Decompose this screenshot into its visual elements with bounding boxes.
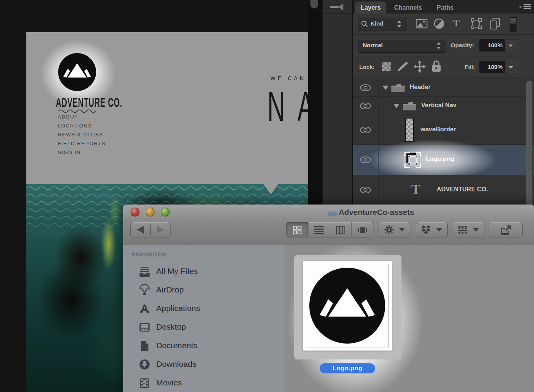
visibility-cell[interactable] [353,175,379,205]
canvas-scrollbar-thumb[interactable] [310,0,318,9]
nav-link-about[interactable]: ABOUT [58,114,106,119]
forward-button[interactable] [156,226,165,234]
filter-type-layers-icon[interactable]: T [453,17,460,29]
visibility-cell[interactable] [353,145,379,175]
dropbox-menu-button[interactable] [416,222,448,237]
eye-visibility-icon[interactable] [360,103,371,109]
chevron-down-icon [399,228,405,232]
view-as-columns-button[interactable] [330,222,352,237]
visibility-cell[interactable] [353,97,379,115]
filter-smart-objects-icon[interactable] [489,18,500,29]
back-button[interactable] [136,226,145,234]
layer-row-logo-png[interactable]: Logo.png [353,145,534,175]
nav-link-news-clubs[interactable]: NEWS & CLUBS [58,132,106,137]
sidebar-item-label: Documents [156,341,197,350]
tab-channels[interactable]: Channels [389,2,427,14]
view-mode-segmented-control [286,222,374,237]
sidebar-item-desktop[interactable]: Desktop [123,318,283,337]
filter-kind-dropdown[interactable]: Kind [358,17,407,31]
panel-menu-icon[interactable] [519,4,532,10]
fill-dropdown-button[interactable] [505,61,517,74]
share-icon [500,225,512,235]
logo-png-preview [308,266,387,345]
dropbox-icon [421,225,431,234]
layer-name: Vertical Nav [421,102,456,109]
nav-link-locations[interactable]: LOCATIONS [58,123,106,128]
filter-adjustment-layers-icon[interactable] [434,18,444,29]
list-view-icon [314,226,324,234]
filter-shape-layers-icon[interactable] [471,18,482,29]
window-title: AdventureCo-assets [339,208,414,217]
icon-view-grid-icon [293,226,301,234]
blend-mode-dropdown[interactable]: Normal [358,39,446,53]
finder-titlebar[interactable]: AdventureCo-assets [123,205,534,221]
layer-row-adventure-co[interactable]: T ADVENTURE CO. [353,175,534,205]
filter-kind-label: Kind [370,20,383,27]
filter-toggle-switch[interactable] [510,17,517,32]
zoom-button[interactable] [161,208,170,217]
fill-value-field[interactable]: 100% [479,61,506,73]
layer-row-header[interactable]: Header [353,79,534,97]
action-menu-button[interactable] [379,222,410,237]
eye-visibility-icon[interactable] [360,187,371,193]
nav-link-sign-in[interactable]: SIGN IN [58,150,106,155]
tab-paths[interactable]: Paths [431,2,459,14]
eye-visibility-icon[interactable] [360,156,371,163]
chevron-down-icon [508,44,513,47]
sidebar-item-all-my-files[interactable]: All My Files [123,262,283,281]
layer-row-vertical-nav[interactable]: Vertical Nav [353,97,534,115]
sidebar-item-downloads[interactable]: Downloads [123,355,283,374]
layers-scrollbar-thumb[interactable] [526,80,533,209]
lock-all-padlock-icon[interactable] [431,60,441,72]
tab-layers[interactable]: Layers [355,2,386,14]
nav-link-field-reports[interactable]: FIELD REPORTS [58,141,106,146]
downloads-icon [139,359,150,370]
finder-sidebar: FAVORITES All My Files AirDrop [123,245,283,392]
sidebar-item-movies[interactable]: Movies [123,374,283,392]
lock-position-move-icon[interactable] [413,60,426,73]
eye-visibility-icon[interactable] [360,84,371,91]
hero-kicker-text: WE CAN [270,75,306,81]
lock-pixels-brush-icon[interactable] [396,60,409,72]
squiggle-underline [58,108,98,113]
disclosure-triangle-icon[interactable] [382,86,389,90]
layer-name: waveBorder [420,126,456,133]
finder-content-area: Logo.png [283,245,534,392]
divider [150,224,151,236]
smart-object-thumbnail-icon[interactable] [404,152,421,168]
sidebar-item-label: All My Files [156,266,198,276]
finder-window: AdventureCo-assets [123,205,534,392]
sidebar-item-applications[interactable]: Applications [123,299,283,318]
lock-transparency-icon[interactable] [382,62,391,71]
filter-pixel-layers-icon[interactable] [416,19,427,29]
opacity-dropdown-button[interactable] [505,39,517,52]
airdrop-icon [139,284,150,296]
collapsed-tool-icon[interactable] [329,2,346,12]
eye-visibility-icon[interactable] [360,127,371,133]
view-as-list-button[interactable] [308,222,330,237]
disclosure-triangle-icon[interactable] [393,104,400,108]
panel-divider [353,34,534,35]
all-my-files-icon [139,266,150,277]
file-icon-logo-png[interactable] [303,261,392,351]
search-icon [361,21,368,28]
sidebar-item-label: Movies [156,378,182,387]
arrange-menu-button[interactable] [453,222,484,237]
sidebar-item-airdrop[interactable]: AirDrop [123,281,283,299]
view-as-icons-button[interactable] [286,222,308,237]
documents-icon [139,340,150,352]
adventure-logo-mark [57,52,97,92]
share-button[interactable] [489,222,523,237]
opacity-label: Opacity: [451,42,474,48]
visibility-cell[interactable] [353,79,379,96]
file-name-label[interactable]: Logo.png [320,363,375,373]
close-button[interactable] [131,208,140,217]
minimize-button[interactable] [146,208,155,217]
layer-thumbnail-transparent[interactable] [405,118,414,142]
layer-name: Header [410,84,431,91]
sidebar-item-documents[interactable]: Documents [123,337,283,355]
coverflow-view-icon [358,226,367,234]
opacity-value-field[interactable]: 100% [479,39,506,52]
sidebar-item-label: Applications [156,304,200,313]
view-as-coverflow-button[interactable] [351,222,374,237]
